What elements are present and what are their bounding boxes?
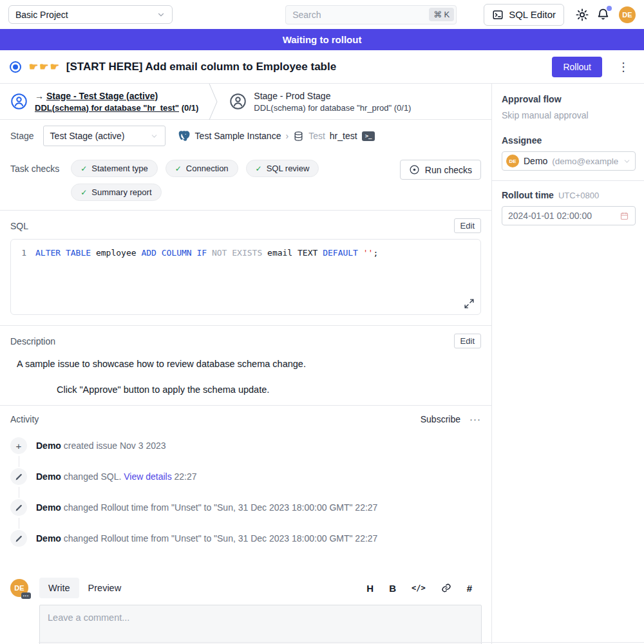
hash-icon[interactable]: # [467, 583, 472, 594]
notifications-button[interactable] [596, 8, 610, 21]
chevron-down-icon [156, 10, 166, 19]
pencil-icon [15, 535, 23, 543]
instance-link[interactable]: Test Sample Instance [195, 131, 281, 141]
activity-actor: Demo [36, 471, 61, 482]
search-shortcut-badge: ⌘ K [429, 8, 454, 21]
activity-list: + Demo created issue Nov 3 2023 Demo cha… [10, 437, 481, 547]
issue-page: Basic Project ⌘ K SQL Editor DE [0, 0, 644, 644]
expand-icon[interactable] [464, 298, 475, 309]
task-check-label: Statement type [91, 164, 147, 173]
stage-select-row: Stage Test Stage (active) Test Sample In… [0, 120, 491, 152]
pencil-icon [15, 504, 23, 512]
rollout-time-input[interactable]: 2024-01-01 02:00:00 [502, 206, 636, 225]
terminal-icon [492, 9, 504, 21]
sql-editor-button[interactable]: SQL Editor [484, 4, 564, 26]
activity-actor: Demo [36, 502, 61, 513]
task-checks-section: Task checks ✓ Statement type ✓ Connectio… [0, 152, 491, 211]
view-details-link[interactable]: View details [124, 471, 171, 482]
user-avatar[interactable]: DE [619, 6, 636, 23]
sql-section: SQL Edit 1 ALTER TABLE employee ADD COLU… [0, 211, 491, 325]
chevron-right-icon: › [285, 131, 289, 141]
approval-flow-value: Skip manual approval [502, 110, 636, 120]
chevron-down-icon [150, 132, 158, 140]
stage-person-icon [229, 93, 247, 110]
description-edit-button[interactable]: Edit [454, 334, 481, 348]
postgres-icon [178, 129, 191, 142]
stage-progress: (0/1) [394, 103, 412, 113]
task-checks-label: Task checks [10, 164, 59, 174]
pencil-icon [15, 473, 23, 481]
stage-select[interactable]: Test Stage (active) [43, 126, 166, 146]
subscribe-button[interactable]: Subscribe [421, 414, 460, 424]
open-sql-editor-badge[interactable]: >_ [362, 131, 375, 141]
project-select[interactable]: Basic Project [8, 5, 173, 24]
database-link[interactable]: hr_test [330, 131, 357, 141]
task-check-label: Summary report [91, 187, 151, 197]
check-icon: ✓ [80, 188, 87, 197]
task-check-label: SQL review [267, 164, 310, 173]
check-icon: ✓ [256, 164, 262, 173]
issue-title-row: ☛☛☛ [START HERE] Add email column to Emp… [0, 50, 644, 84]
activity-actor: Demo [36, 533, 61, 544]
run-icon [409, 164, 420, 175]
task-check-label: Connection [186, 164, 229, 173]
activity-item: + Demo created issue Nov 3 2023 [10, 437, 481, 454]
line-number: 1 [11, 248, 35, 258]
stage-name: Stage - Prod Stage [254, 91, 411, 101]
activity-label: Activity [10, 414, 39, 424]
description-label: Description [10, 336, 55, 346]
stage-name: Stage - Test Stage (active) [46, 91, 158, 101]
assignee-select[interactable]: DE Demo (demo@example [502, 151, 636, 171]
status-banner: Waiting to rollout [0, 29, 644, 50]
task-check-pill[interactable]: ✓ SQL review [246, 160, 319, 177]
task-check-pill[interactable]: ✓ Connection [166, 160, 238, 177]
task-check-list: ✓ Statement type ✓ Connection ✓ SQL revi… [71, 160, 341, 201]
side-panel: Approval flow Skip manual approval Assig… [491, 84, 644, 644]
stage-person-icon [10, 93, 28, 110]
activity-menu-icon[interactable]: ··· [469, 413, 481, 424]
activity-section: Activity Subscribe ··· + Demo created is… [0, 406, 491, 571]
stage-task: DDL(schema) for database "hr_test" [35, 103, 179, 113]
assignee-avatar: DE [506, 155, 519, 167]
task-check-pill[interactable]: ✓ Summary report [71, 184, 161, 201]
settings-button[interactable] [575, 8, 589, 22]
run-checks-button[interactable]: Run checks [400, 160, 481, 180]
page-title: ☛☛☛ [START HERE] Add email column to Emp… [29, 61, 336, 73]
check-icon: ✓ [175, 164, 182, 173]
database-icon [293, 131, 304, 142]
link-icon[interactable] [441, 583, 451, 593]
sql-statement: ALTER TABLE employee ADD COLUMN IF NOT E… [35, 248, 378, 258]
activity-text: Demo changed Rollout time from "Unset" t… [36, 533, 377, 544]
environment-label: Test [308, 131, 325, 141]
activity-actor: Demo [36, 440, 61, 451]
comment-avatar: DE ••• [10, 579, 28, 597]
tab-preview[interactable]: Preview [79, 578, 131, 598]
stage-card-test[interactable]: → Stage - Test Stage (active) DDL(schema… [0, 84, 209, 119]
comment-input[interactable] [39, 605, 482, 644]
bold-icon[interactable]: B [389, 583, 396, 594]
stage-card-prod[interactable]: Stage - Prod Stage DDL(schema) for datab… [219, 84, 421, 119]
sql-edit-button[interactable]: Edit [454, 218, 481, 233]
description-text: A sample issue to showcase how to review… [17, 359, 481, 369]
sql-label: SQL [10, 221, 28, 231]
sql-code-editor[interactable]: 1 ALTER TABLE employee ADD COLUMN IF NOT… [10, 239, 481, 315]
tab-write[interactable]: Write [39, 578, 79, 598]
divider [39, 642, 644, 643]
plus-icon: + [16, 440, 22, 451]
stage-progress: (0/1) [182, 103, 199, 113]
heading-icon[interactable]: H [366, 583, 374, 594]
rollout-button[interactable]: Rollout [552, 57, 602, 77]
kebab-menu-icon[interactable]: ⋮ [618, 61, 629, 73]
code-icon[interactable]: </> [412, 583, 426, 592]
project-select-value: Basic Project [15, 10, 68, 20]
search-box[interactable]: ⌘ K [285, 5, 457, 24]
assignee-email: (demo@example [552, 156, 618, 166]
timezone-label: UTC+0800 [558, 191, 599, 200]
task-check-pill[interactable]: ✓ Statement type [71, 160, 158, 177]
main-column: → Stage - Test Stage (active) DDL(schema… [0, 84, 491, 644]
pointing-hand-emoji: ☛☛☛ [29, 61, 61, 72]
stage-separator [209, 84, 219, 119]
assignee-name: Demo [524, 156, 547, 166]
search-input[interactable] [292, 10, 429, 20]
rollout-time-value: 2024-01-01 02:00:00 [508, 211, 592, 221]
